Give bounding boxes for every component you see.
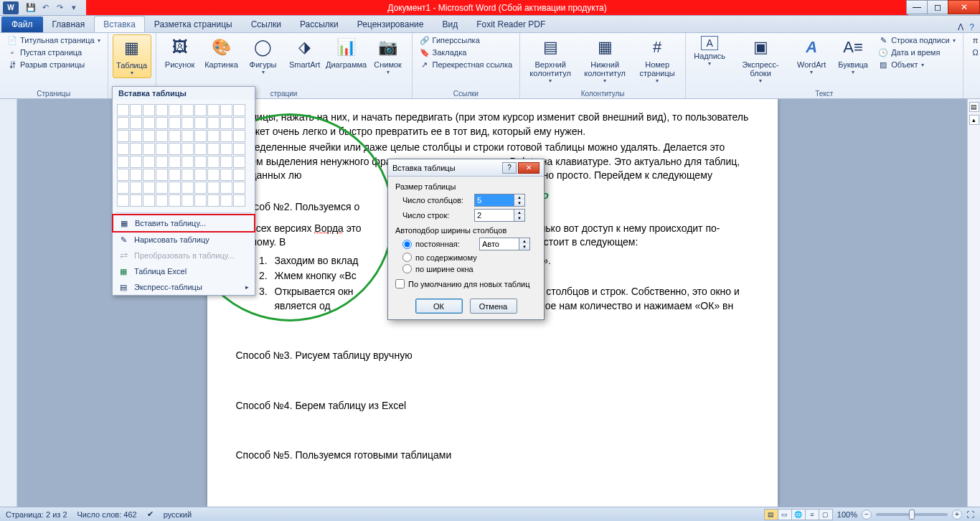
grid-cell[interactable] <box>117 130 129 142</box>
dialog-close-button[interactable]: ✕ <box>518 162 540 174</box>
footer-button[interactable]: ▦Нижний колонтитул▾ <box>579 34 631 85</box>
grid-cell[interactable] <box>143 182 155 194</box>
page-break-button[interactable]: ⭿Разрыв страницы <box>4 59 103 70</box>
grid-cell[interactable] <box>207 182 220 194</box>
tab-review[interactable]: Рецензирование <box>348 16 433 32</box>
grid-cell[interactable] <box>207 156 220 168</box>
grid-cell[interactable] <box>220 156 232 168</box>
grid-cell[interactable] <box>194 194 207 207</box>
grid-cell[interactable] <box>220 130 232 142</box>
bookmark-button[interactable]: 🔖Закладка <box>417 47 516 58</box>
grid-cell[interactable] <box>156 156 168 168</box>
quick-tables-menu-item[interactable]: ▤Экспресс-таблицы▸ <box>113 279 255 295</box>
grid-cell[interactable] <box>207 130 220 142</box>
rows-spinner[interactable]: ▲▼ <box>474 209 525 222</box>
grid-cell[interactable] <box>182 194 194 207</box>
grid-cell[interactable] <box>194 156 207 168</box>
zoom-value[interactable]: 100% <box>837 510 857 519</box>
textbox-button[interactable]: AНадпись▾ <box>690 34 729 68</box>
grid-cell[interactable] <box>169 156 181 168</box>
grid-cell[interactable] <box>194 182 207 194</box>
grid-cell[interactable] <box>130 130 142 142</box>
minimize-button[interactable]: — <box>906 0 928 14</box>
smartart-button[interactable]: ⬗SmartArt <box>286 34 324 70</box>
outline-view[interactable]: ≡ <box>805 509 819 520</box>
grid-cell[interactable] <box>130 194 142 207</box>
fixed-width-spinner[interactable]: ▲▼ <box>479 238 530 250</box>
fixed-width-input[interactable] <box>479 238 519 250</box>
grid-cell[interactable] <box>156 182 168 194</box>
spin-down-icon[interactable]: ▼ <box>514 200 524 206</box>
tab-view[interactable]: Вид <box>433 16 467 32</box>
zoom-in-button[interactable]: + <box>952 510 962 520</box>
grid-cell[interactable] <box>143 104 155 116</box>
ok-button[interactable]: ОК <box>415 299 463 314</box>
ruler-toggle-icon[interactable]: ▤ <box>969 102 979 112</box>
quickparts-button[interactable]: ▣Экспресс-блоки▾ <box>732 34 789 85</box>
table-button[interactable]: ▦ Таблица▾ <box>113 34 151 78</box>
zoom-slider[interactable] <box>876 513 948 516</box>
print-layout-view[interactable]: ▤ <box>764 509 778 520</box>
grid-cell[interactable] <box>233 156 245 168</box>
grid-cell[interactable] <box>182 104 194 116</box>
tab-references[interactable]: Ссылки <box>242 16 291 32</box>
grid-cell[interactable] <box>194 117 207 129</box>
grid-cell[interactable] <box>169 117 181 129</box>
grid-cell[interactable] <box>156 130 168 142</box>
tab-mailings[interactable]: Рассылки <box>291 16 348 32</box>
grid-cell[interactable] <box>233 182 245 194</box>
grid-cell[interactable] <box>117 117 129 129</box>
signature-button[interactable]: ✎Строка подписи▾ <box>875 34 958 46</box>
grid-cell[interactable] <box>220 117 232 129</box>
file-tab[interactable]: Файл <box>1 17 43 32</box>
save-icon[interactable]: 💾 <box>24 1 37 14</box>
grid-cell[interactable] <box>220 104 232 116</box>
default-checkbox[interactable] <box>395 279 405 288</box>
grid-cell[interactable] <box>143 117 155 129</box>
grid-cell[interactable] <box>220 169 232 181</box>
grid-cell[interactable] <box>130 156 142 168</box>
grid-cell[interactable] <box>143 169 155 181</box>
zoom-fit-icon[interactable]: ⛶ <box>966 510 974 519</box>
tab-layout[interactable]: Разметка страницы <box>145 16 242 32</box>
grid-cell[interactable] <box>156 194 168 207</box>
object-button[interactable]: ▨Объект▾ <box>875 59 958 70</box>
autofit-content-radio[interactable] <box>402 253 412 262</box>
grid-cell[interactable] <box>233 117 245 129</box>
grid-cell[interactable] <box>182 156 194 168</box>
blank-page-button[interactable]: ▫Пустая страница <box>4 47 103 58</box>
header-button[interactable]: ▤Верхний колонтитул▾ <box>524 34 576 85</box>
grid-cell[interactable] <box>169 169 181 181</box>
tab-insert[interactable]: Вставка <box>94 16 145 32</box>
fullscreen-view[interactable]: ▭ <box>778 509 792 520</box>
shapes-button[interactable]: ◯Фигуры▾ <box>244 34 283 77</box>
word-count[interactable]: Число слов: 462 <box>77 510 137 519</box>
redo-icon[interactable]: ↷ <box>53 1 66 14</box>
hyperlink-button[interactable]: 🔗Гиперссылка <box>417 34 516 46</box>
grid-cell[interactable] <box>156 104 168 116</box>
tab-home[interactable]: Главная <box>43 16 95 32</box>
grid-cell[interactable] <box>233 169 245 181</box>
grid-cell[interactable] <box>233 130 245 142</box>
dropcap-button[interactable]: A≡Буквица▾ <box>834 34 872 77</box>
language-status[interactable]: русский <box>164 510 192 519</box>
spin-down-icon[interactable]: ▼ <box>519 244 529 250</box>
grid-cell[interactable] <box>169 194 181 207</box>
grid-cell[interactable] <box>194 143 207 155</box>
screenshot-button[interactable]: 📷Снимок▾ <box>369 34 407 77</box>
chart-button[interactable]: 📊Диаграмма <box>327 34 366 70</box>
table-size-grid[interactable] <box>113 100 255 211</box>
draft-view[interactable]: ▢ <box>819 509 833 520</box>
grid-cell[interactable] <box>169 143 181 155</box>
pagenum-button[interactable]: #Номер страницы▾ <box>633 34 681 85</box>
clipart-button[interactable]: 🎨Картинка <box>202 34 241 70</box>
crossref-button[interactable]: ↗Перекрестная ссылка <box>417 59 516 70</box>
spin-up-icon[interactable]: ▲ <box>519 238 529 244</box>
maximize-button[interactable]: ◻ <box>927 0 948 14</box>
symbol-button[interactable]: ΩСимвол▾ <box>968 47 980 58</box>
equation-button[interactable]: πФормула▾ <box>968 34 980 46</box>
grid-cell[interactable] <box>194 169 207 181</box>
grid-cell[interactable] <box>220 182 232 194</box>
page-status[interactable]: Страница: 2 из 2 <box>6 510 67 519</box>
grid-cell[interactable] <box>182 169 194 181</box>
